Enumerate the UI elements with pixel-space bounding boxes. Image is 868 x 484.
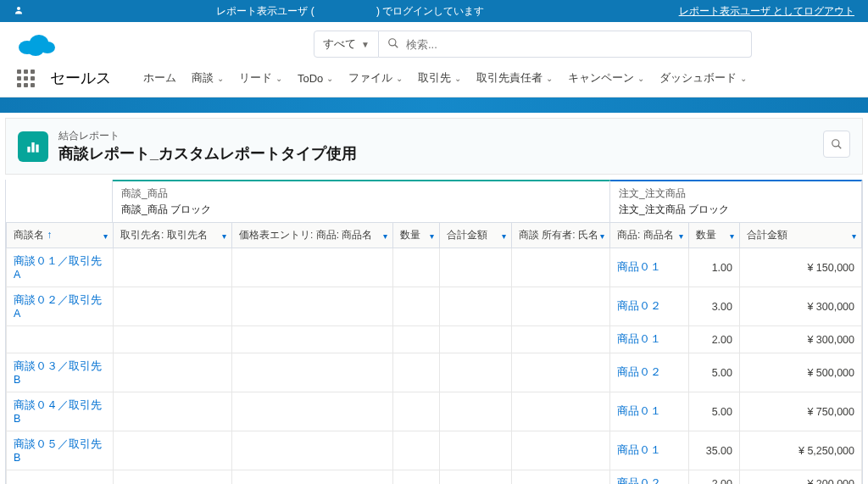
row-product[interactable]: 商品０１ <box>610 392 689 431</box>
chevron-down-icon: ⌄ <box>637 74 644 83</box>
row-name[interactable]: 商談０１／取引先A <box>7 248 114 287</box>
row-amount: ¥ 5,250,000 <box>740 431 862 470</box>
nav-opportunity[interactable]: 商談⌄ <box>192 70 224 86</box>
table-row: 商談０２／取引先A商品０２3.00¥ 300,000 <box>7 287 862 326</box>
row-qty: 5.00 <box>689 392 740 431</box>
search-type-label: すべて <box>323 36 356 52</box>
chevron-down-icon: ⌄ <box>740 74 747 83</box>
row-qty: 2.00 <box>689 326 740 353</box>
filter-icon[interactable]: ▾ <box>600 231 604 240</box>
svg-point-10 <box>832 140 839 147</box>
row-name[interactable]: 商談０２／取引先A <box>7 287 114 326</box>
nav-lead[interactable]: リード⌄ <box>239 70 282 86</box>
row-qty: 2.00 <box>689 470 740 485</box>
svg-line-11 <box>838 146 842 149</box>
report-search-button[interactable] <box>823 131 850 158</box>
row-name[interactable]: 商談０３／取引先B <box>7 353 114 392</box>
row-amount: ¥ 300,000 <box>740 287 862 326</box>
chevron-down-icon: ▼ <box>361 40 370 49</box>
filter-icon[interactable]: ▾ <box>502 231 506 240</box>
system-bar: レポート表示ユーザ ( ) でログインしています レポート表示ユーザ としてログ… <box>0 0 868 22</box>
chevron-down-icon: ⌄ <box>217 74 224 83</box>
row-product[interactable]: 商品０１ <box>610 431 689 470</box>
filter-icon[interactable]: ▾ <box>103 231 108 240</box>
svg-point-4 <box>27 42 44 56</box>
nav-todo[interactable]: ToDo⌄ <box>298 72 333 85</box>
row-name[interactable]: 商談０５／取引先B <box>7 431 114 470</box>
svg-rect-9 <box>36 144 38 152</box>
nav-account[interactable]: 取引先⌄ <box>418 70 461 86</box>
report-icon <box>18 131 48 162</box>
chevron-down-icon: ⌄ <box>326 74 333 83</box>
col-amount[interactable]: 合計金額▾ <box>440 223 512 248</box>
search-type-dropdown[interactable]: すべて ▼ <box>314 31 379 58</box>
row-amount: ¥ 750,000 <box>740 392 862 431</box>
row-product[interactable]: 商品０２ <box>610 470 689 485</box>
table-row: 商品０１2.00¥ 300,000 <box>7 326 862 353</box>
nav-dashboard[interactable]: ダッシュボード⌄ <box>659 70 747 86</box>
table-row: 商談０３／取引先B商品０２5.00¥ 500,000 <box>7 353 862 392</box>
search-input[interactable] <box>406 38 743 51</box>
nav-home[interactable]: ホーム <box>143 70 176 86</box>
col-account[interactable]: 取引先名: 取引先名▾ <box>114 223 232 248</box>
row-qty: 35.00 <box>689 431 740 470</box>
nav-campaign[interactable]: キャンペーン⌄ <box>568 70 644 86</box>
row-qty: 3.00 <box>689 287 740 326</box>
chevron-down-icon: ⌄ <box>396 74 403 83</box>
svg-rect-8 <box>31 142 34 153</box>
table-row: 商品０２2.00¥ 200,000 <box>7 470 862 485</box>
logout-link[interactable]: レポート表示ユーザ としてログアウト <box>679 4 854 19</box>
chevron-down-icon: ⌄ <box>454 74 461 83</box>
col-amount2[interactable]: 合計金額▾ <box>740 223 862 248</box>
filter-icon[interactable]: ▾ <box>383 231 387 240</box>
col-qty2[interactable]: 数量▾ <box>689 223 740 248</box>
salesforce-logo <box>17 31 56 58</box>
svg-point-5 <box>389 38 396 45</box>
report-subtitle: 結合レポート <box>58 129 357 143</box>
row-qty: 5.00 <box>689 353 740 392</box>
sysbar-user: レポート表示ユーザ ( <box>216 5 314 17</box>
row-product[interactable]: 商品０１ <box>610 248 689 287</box>
nav-contact[interactable]: 取引先責任者⌄ <box>476 70 553 86</box>
block-header-2: 注文_注文商品 注文_注文商品 ブロック <box>610 180 862 222</box>
decorative-band <box>0 97 868 113</box>
app-name: セールス <box>50 68 111 88</box>
row-amount: ¥ 500,000 <box>740 353 862 392</box>
sort-asc-icon: ↑ <box>47 229 52 241</box>
filter-icon[interactable]: ▾ <box>222 231 226 240</box>
row-amount: ¥ 150,000 <box>740 248 862 287</box>
chevron-down-icon: ⌄ <box>275 74 282 83</box>
col-product2[interactable]: 商品: 商品名▾ <box>610 223 689 248</box>
filter-icon[interactable]: ▾ <box>730 231 734 240</box>
filter-icon[interactable]: ▾ <box>852 231 856 240</box>
col-qty[interactable]: 数量▾ <box>393 223 440 248</box>
col-name[interactable]: 商談名 ↑▾ <box>7 223 114 248</box>
row-qty: 1.00 <box>689 248 740 287</box>
block-header-1: 商談_商品 商談_商品 ブロック <box>113 180 610 222</box>
svg-point-0 <box>17 7 20 10</box>
chevron-down-icon: ⌄ <box>546 74 553 83</box>
row-product[interactable]: 商品０２ <box>610 353 689 392</box>
table-row: 商談０１／取引先A商品０１1.00¥ 150,000 <box>7 248 862 287</box>
user-icon <box>14 5 24 18</box>
row-amount: ¥ 200,000 <box>740 470 862 485</box>
nav-file[interactable]: ファイル⌄ <box>348 70 403 86</box>
app-launcher-icon[interactable] <box>17 70 35 87</box>
report-table: 商談名 ↑▾ 取引先名: 取引先名▾ 価格表エントリ: 商品: 商品名▾ 数量▾… <box>6 222 862 484</box>
report-header: 結合レポート 商談レポート_カスタムレポートタイプ使用 <box>5 118 863 175</box>
filter-icon[interactable]: ▾ <box>430 231 434 240</box>
col-product[interactable]: 価格表エントリ: 商品: 商品名▾ <box>232 223 393 248</box>
global-search[interactable] <box>379 31 752 58</box>
col-owner[interactable]: 商談 所有者: 氏名▾ <box>512 223 610 248</box>
sysbar-login-msg: ) でログインしています <box>376 5 484 17</box>
filter-icon[interactable]: ▾ <box>679 231 683 240</box>
row-amount: ¥ 300,000 <box>740 326 862 353</box>
report-body: 商談_商品 商談_商品 ブロック 注文_注文商品 注文_注文商品 ブロック 商談… <box>5 180 863 484</box>
svg-line-6 <box>395 44 398 47</box>
row-name[interactable]: 商談０４／取引先B <box>7 392 114 431</box>
row-name <box>7 470 114 485</box>
row-product[interactable]: 商品０２ <box>610 287 689 326</box>
report-title: 商談レポート_カスタムレポートタイプ使用 <box>58 143 357 164</box>
svg-rect-7 <box>27 147 30 153</box>
row-product[interactable]: 商品０１ <box>610 326 689 353</box>
